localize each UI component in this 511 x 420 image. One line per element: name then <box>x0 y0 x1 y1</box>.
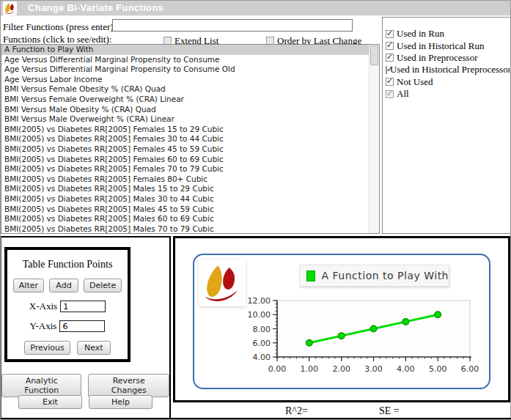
usage-filter-checkbox[interactable] <box>386 78 394 86</box>
analytic-function-button[interactable]: Analytic Function <box>1 374 81 397</box>
function-list: A Function to Play WithAge Versus Differ… <box>1 45 369 234</box>
usage-filter-checkbox[interactable] <box>386 42 394 50</box>
list-item[interactable]: Age Versus Differential Marginal Propens… <box>1 65 369 75</box>
usage-filter-label: Used in Preprocessor <box>397 52 477 64</box>
svg-text:2.00: 2.00 <box>332 364 350 374</box>
usage-filter-panel: Used in RunUsed in Historical RunUsed in… <box>382 17 511 234</box>
reverse-changes-button[interactable]: Reverse Changes <box>88 374 169 397</box>
standard-error-label: SE = <box>379 405 400 417</box>
list-item[interactable]: BMI(2005) vs Diabetes RR[2005] Females 3… <box>1 134 369 144</box>
usage-filter-row: Used in Historical Run <box>386 40 510 51</box>
list-item[interactable]: BMI Versus Female Overweight % (CRA) Lin… <box>1 95 369 105</box>
usage-filter-checkbox[interactable] <box>386 66 387 74</box>
list-item[interactable]: BMI(2005) vs Diabetes RR[2005] Females 4… <box>1 144 369 155</box>
next-button[interactable]: Next <box>77 341 111 355</box>
usage-filter-row: Not Used <box>386 76 510 88</box>
list-item[interactable]: BMI(2005) vs Diabetes RR[2005] Males 45 … <box>1 205 369 215</box>
y-axis-input[interactable] <box>59 320 105 332</box>
usage-filter-label: Used in Historical Run <box>397 40 485 52</box>
chart-card: 4.006.008.0010.0012.000.001.002.003.004.… <box>193 254 490 389</box>
flame-logo-icon <box>3 1 17 15</box>
list-item[interactable]: BMI(2005) vs Diabetes RR[2005] Females 8… <box>1 174 369 185</box>
change-bivariate-functions-window: Change Bi-Variate Functions Filter Funct… <box>0 0 511 420</box>
svg-text:5.00: 5.00 <box>429 364 447 374</box>
list-item[interactable]: Age Versus Labor Income <box>1 75 369 85</box>
svg-text:12.00: 12.00 <box>248 296 271 306</box>
r-squared-label: R^2= <box>285 405 308 417</box>
list-item[interactable]: A Function to Play With <box>1 45 369 55</box>
list-item[interactable]: BMI(2005) vs Diabetes RR[2005] Males 15 … <box>1 184 369 194</box>
svg-text:8.00: 8.00 <box>253 325 271 334</box>
list-item[interactable]: BMI(2005) vs Diabetes RR[2005] Males 30 … <box>1 194 369 205</box>
usage-filter-row: All <box>386 88 510 100</box>
filter-label: Filter Functions (press enter): <box>3 21 116 33</box>
point-editor-panel: Table Function Points Alter Add Delete X… <box>1 236 171 419</box>
add-button[interactable]: Add <box>49 279 78 292</box>
window-bottom-border <box>1 418 511 419</box>
usage-filter-row: Used in Run <box>386 28 510 40</box>
list-item[interactable]: BMI(2005) vs Diabetes RR[2005] Males 70 … <box>1 224 369 234</box>
window-title: Change Bi-Variate Functions <box>28 2 163 13</box>
svg-text:1.00: 1.00 <box>301 364 319 374</box>
svg-text:3.00: 3.00 <box>364 364 383 374</box>
table-function-points-box: Table Function Points Alter Add Delete X… <box>4 247 130 362</box>
filter-input[interactable] <box>112 19 353 32</box>
svg-text:4.00: 4.00 <box>253 353 271 362</box>
usage-filter-label: Not Used <box>397 76 433 88</box>
list-item[interactable]: Age Versus Differential Marginal Propens… <box>1 55 369 65</box>
x-axis-label: X-Axis <box>29 301 57 312</box>
list-item[interactable]: BMI Versus Female Obesity % (CRA) Quad <box>1 84 369 95</box>
svg-text:10.00: 10.00 <box>248 310 271 320</box>
usage-filter-list: Used in RunUsed in Historical RunUsed in… <box>386 28 510 100</box>
delete-button[interactable]: Delete <box>84 279 122 292</box>
usage-filter-label: All <box>397 88 409 100</box>
usage-filter-label: Used in Historical Preprocessor <box>390 64 510 75</box>
titlebar: Change Bi-Variate Functions <box>1 1 510 16</box>
usage-filter-row: Used in Historical Preprocessor <box>386 64 510 75</box>
usage-filter-checkbox[interactable] <box>386 30 394 38</box>
usage-filter-row: Used in Preprocessor <box>386 52 510 64</box>
exit-button[interactable]: Exit <box>18 395 82 409</box>
list-item[interactable]: BMI Versus Male Overweight % (CRA) Linea… <box>1 114 369 125</box>
svg-text:6.00: 6.00 <box>253 339 271 348</box>
svg-text:6.00: 6.00 <box>461 364 479 374</box>
list-scrollbar[interactable] <box>369 45 379 233</box>
list-item[interactable]: BMI(2005) vs Diabetes RR[2005] Females 6… <box>1 155 369 165</box>
x-axis-input[interactable] <box>60 301 106 312</box>
flame-logo-large-icon <box>199 259 246 306</box>
y-axis-label: Y-Axis <box>30 320 57 332</box>
help-button[interactable]: Help <box>89 395 152 409</box>
alter-button[interactable]: Alter <box>13 279 44 292</box>
chart-legend: A Function to Play With <box>299 265 449 287</box>
previous-button[interactable]: Previous <box>24 341 70 355</box>
usage-filter-label: Used in Run <box>397 28 444 40</box>
list-scrollbar-thumb[interactable] <box>370 45 378 65</box>
function-listbox[interactable]: A Function to Play WithAge Versus Differ… <box>1 44 380 234</box>
svg-text:4.00: 4.00 <box>397 364 415 374</box>
table-function-points-title: Table Function Points <box>7 259 128 270</box>
list-item[interactable]: BMI(2005) vs Diabetes RR[2005] Males 60 … <box>1 214 369 224</box>
legend-label: A Function to Play With <box>322 270 449 281</box>
legend-swatch <box>306 270 315 281</box>
svg-text:0.00: 0.00 <box>268 364 287 374</box>
usage-filter-checkbox[interactable] <box>386 54 394 62</box>
list-item[interactable]: BMI(2005) vs Diabetes RR[2005] Females 7… <box>1 164 369 174</box>
list-item[interactable]: BMI Versus Male Obesity % (CRA) Quad <box>1 105 369 115</box>
usage-filter-checkbox <box>386 90 394 98</box>
list-item[interactable]: BMI(2005) vs Diabetes RR[2005] Females 1… <box>1 125 369 135</box>
chart-panel: 4.006.008.0010.0012.000.001.002.003.004.… <box>173 236 510 402</box>
